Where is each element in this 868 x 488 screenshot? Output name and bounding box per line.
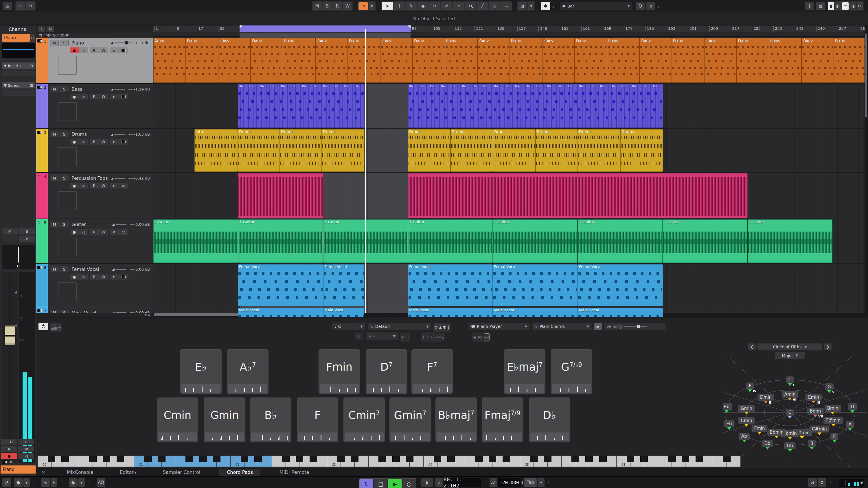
track-record-button[interactable]: ● [70, 139, 79, 144]
track-record-button[interactable]: ● [70, 229, 79, 235]
left-locator-handle[interactable] [240, 26, 243, 28]
channel-read-button[interactable]: R [1, 446, 17, 452]
piano-key-black[interactable] [48, 456, 55, 462]
track-write-button[interactable]: W [99, 94, 108, 99]
snap-options-handle[interactable]: ⋮ [552, 4, 556, 8]
clip[interactable]: Piano [251, 38, 283, 83]
tempo-display[interactable]: 120.000 [498, 478, 521, 487]
clip[interactable]: ♪ Guitar [748, 220, 832, 263]
undo-button[interactable]: ↶ [16, 2, 25, 10]
volume-slider[interactable] [114, 178, 133, 178]
autoscroll-button[interactable]: ⇥ [359, 2, 368, 10]
chord-pad-db[interactable]: D♭ [529, 397, 570, 443]
editor-tab-chevron[interactable]: ▾ [134, 471, 136, 475]
volume-slider-thumb[interactable] [125, 132, 128, 136]
preset-select[interactable]: ◇Default▼ [368, 323, 431, 330]
track-lane-drums[interactable]: IntroDrumsDrumsDrumsDrumsDrumsDrumsDrums… [153, 129, 865, 173]
clip[interactable]: Piano [834, 38, 865, 83]
track-edit-button[interactable]: e [110, 47, 119, 53]
track-lane-guitar[interactable]: ♪ Guitar♪ Guitar♪ Guitar♪ Guitar♪ Guitar… [153, 219, 865, 264]
player-select[interactable]: ☻Piano Player▼ [469, 323, 529, 330]
adaptive-voicing-select[interactable]: ≡-▼ [366, 332, 398, 340]
tab-editor[interactable]: Editor ▾ [112, 468, 144, 476]
clip[interactable]: ♪ Guitar [578, 220, 662, 263]
piano-key-black[interactable] [447, 456, 455, 462]
clip[interactable]: Piano [640, 38, 672, 83]
chord-pad-ebmaj[interactable]: E♭maj7 [504, 349, 546, 394]
track-header-piano[interactable]: 1MSPiano◢-1.11 dB●◁RWe [36, 38, 153, 84]
right-locator-handle[interactable] [408, 26, 410, 28]
mute-tool[interactable]: ✕ [453, 2, 464, 10]
track-lane-vocal[interactable]: Male VocalMale VocalMale VocalMale Vocal… [153, 307, 865, 317]
volume-slider[interactable] [114, 134, 133, 135]
circle-node-fmin[interactable]: Fmin [751, 425, 768, 432]
piano-key-black[interactable] [682, 456, 689, 462]
piano-key-black[interactable] [489, 456, 496, 462]
track-expand-box[interactable] [58, 283, 77, 301]
voicing-lower-icon[interactable]: ▾ [439, 333, 441, 341]
range-selection-tool[interactable]: I [394, 2, 405, 10]
track-expand-box[interactable] [58, 191, 77, 210]
transpose-down-icon[interactable]: ↓ [422, 333, 425, 341]
clip[interactable]: Male Vocal [493, 307, 578, 317]
clip[interactable]: Male Vocal [408, 307, 493, 317]
clip[interactable]: Piano [380, 38, 412, 83]
clip[interactable]: Drums [322, 129, 364, 172]
piano-key-black[interactable] [571, 456, 579, 462]
track-lane-perc[interactable] [153, 173, 865, 219]
clip[interactable]: Piano [445, 38, 477, 83]
chord-pad-gmin[interactable]: Gmin7 [389, 397, 431, 443]
track-read-button[interactable]: R [90, 94, 99, 99]
track-mute-button[interactable]: M [50, 175, 59, 181]
chord-pad-g[interactable]: G7/♭9 [551, 349, 593, 394]
piano-key-black[interactable] [254, 456, 262, 462]
clip[interactable]: Piano [542, 38, 575, 83]
track-header-bass[interactable]: 2MSBass◢-1.29 dB●◁RWe [36, 84, 153, 129]
track-monitor-button[interactable]: ◁ [79, 94, 88, 99]
piano-key-black[interactable] [185, 456, 193, 462]
circle-node-b[interactable]: B [808, 440, 816, 447]
track-instrument-icon[interactable] [119, 47, 128, 53]
circle-node-dmin[interactable]: DminII [757, 393, 775, 401]
piano-key-black[interactable] [544, 456, 552, 462]
clock-icon[interactable]: ◔ [2, 478, 11, 487]
track-record-button[interactable]: ● [70, 274, 79, 280]
chord-pad-eb[interactable]: E♭ [180, 349, 222, 394]
clip[interactable]: Drums [620, 129, 663, 172]
track-solo-button[interactable]: S [60, 266, 69, 272]
channel-route-icon[interactable]: ↦ [30, 34, 35, 42]
chord-pad-d[interactable]: D7 [365, 349, 407, 394]
page-view-button[interactable]: ▯ [355, 332, 363, 340]
shift-right-icon[interactable]: → [435, 333, 438, 341]
inspector-toggle[interactable]: ◧ [835, 2, 841, 10]
piano-key-black[interactable] [627, 456, 634, 462]
clip[interactable]: Piano [672, 38, 704, 83]
piano-key-black[interactable] [144, 456, 152, 462]
chord-pad-bbmaj[interactable]: B♭maj7 [435, 397, 477, 443]
clip[interactable]: Femal Vocal [323, 264, 364, 306]
volume-slider[interactable] [114, 42, 132, 43]
position-handle[interactable]: ⋮ [483, 480, 488, 485]
velocity-slider[interactable]: Velocity [604, 323, 665, 330]
scrub-tool[interactable]: ↝ [500, 2, 512, 10]
volume-slider-thumb[interactable] [125, 87, 128, 91]
circle-node-g[interactable]: GV [825, 383, 834, 391]
right-zone-toggle[interactable]: ◨ [849, 2, 856, 10]
channel-eq-display[interactable] [2, 43, 35, 58]
tuner-icon[interactable]: ⊿ [808, 478, 817, 487]
volume-slider-thumb[interactable] [126, 223, 130, 226]
track-header-femal-vocal[interactable]: 6MSFemal Vocal◢0.00 dB●◁RWe [36, 264, 153, 307]
track-monitor-button[interactable]: ◁ [79, 229, 88, 235]
control-room-gear-icon[interactable]: ⚙ [818, 478, 826, 487]
track-mute-button[interactable]: M [50, 40, 59, 46]
auto-quantize-button[interactable]: AQ [97, 478, 105, 487]
save-preset-icon[interactable]: ↧ [447, 324, 450, 331]
clip[interactable]: Drums [493, 129, 535, 172]
track-instrument-icon[interactable] [119, 274, 128, 280]
clip[interactable]: Male Vocal [323, 307, 364, 317]
channel-pan-control[interactable]: C [2, 245, 35, 269]
tap-tempo-button[interactable]: Tap [524, 478, 537, 487]
clip[interactable]: Drums [578, 129, 620, 172]
circle-node-bb[interactable]: Bb [723, 403, 732, 411]
velocity-thumb[interactable] [637, 325, 640, 328]
